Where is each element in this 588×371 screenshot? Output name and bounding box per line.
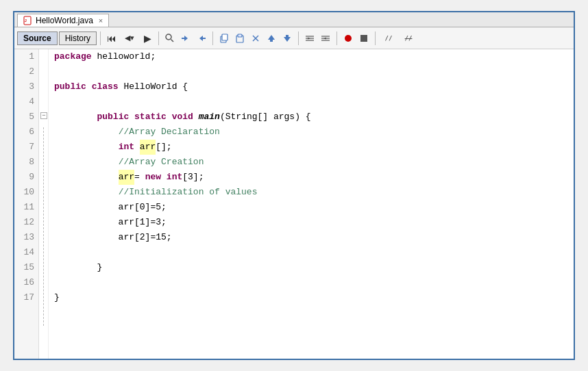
- source-tab-button[interactable]: Source: [17, 31, 58, 45]
- down-button[interactable]: [280, 31, 295, 46]
- svg-rect-7: [238, 34, 242, 37]
- line-num-10: 10: [19, 185, 34, 200]
- separator-4: [298, 31, 299, 45]
- svg-point-22: [345, 35, 352, 42]
- svg-rect-5: [222, 34, 228, 40]
- svg-marker-21: [323, 37, 326, 39]
- separator-1: [100, 31, 101, 45]
- separator-5: [336, 31, 337, 45]
- keyword-int-1: int: [119, 140, 134, 155]
- up-button[interactable]: [264, 31, 279, 46]
- fold-line: [43, 127, 44, 326]
- paste-button[interactable]: [232, 31, 247, 46]
- search-button[interactable]: [162, 31, 177, 46]
- forward-button[interactable]: [194, 31, 209, 46]
- code-line-7: int arr [];: [54, 140, 568, 155]
- line-num-14: 14: [19, 245, 34, 260]
- line-num-2: 2: [19, 64, 34, 79]
- record-button[interactable]: [341, 31, 356, 46]
- separator-2: [158, 31, 159, 45]
- comment-button[interactable]: //: [379, 31, 398, 46]
- code-line-6: //Array Declaration: [54, 125, 568, 140]
- close-tab-button[interactable]: ×: [99, 16, 103, 25]
- code-line-5: public static void main (String[] args) …: [54, 110, 568, 125]
- code-line-10: //Initialization of values: [54, 185, 568, 200]
- keyword-public-1: public: [54, 79, 86, 94]
- line-numbers: 1 2 3 4 5 6 7 8 9 10 11 12 13 14 15 16 1…: [14, 49, 39, 359]
- comment-init: //Initialization of values: [119, 185, 258, 200]
- line-num-16: 16: [19, 275, 34, 290]
- comment-button-group: // //: [379, 31, 418, 46]
- search-button-group: [162, 31, 209, 46]
- svg-point-2: [166, 34, 171, 40]
- comment-array-creation: //Array Creation: [119, 155, 204, 170]
- separator-6: [375, 31, 376, 45]
- svg-marker-17: [308, 37, 310, 39]
- keyword-package: package: [54, 49, 92, 64]
- highlight-arr-2: arr: [119, 170, 134, 185]
- uncomment-button[interactable]: //: [399, 31, 418, 46]
- unindent-button[interactable]: [318, 31, 333, 46]
- code-line-13: arr[2]=15;: [54, 230, 568, 245]
- svg-rect-23: [360, 35, 367, 42]
- line-num-7: 7: [19, 140, 34, 155]
- line-num-12: 12: [19, 215, 34, 230]
- svg-line-3: [171, 39, 174, 42]
- highlight-arr-1: arr: [140, 140, 156, 155]
- code-line-3: public class HelloWorld {: [54, 79, 568, 94]
- record-button-group: [341, 31, 371, 46]
- code-line-12: arr[1]=3;: [54, 215, 568, 230]
- code-line-16: [54, 275, 568, 290]
- edit-button-group: [217, 31, 295, 46]
- file-tab[interactable]: J HelloWorld.java ×: [17, 14, 109, 27]
- toolbar: Source History ⏮ ◀▾ ▶: [14, 27, 574, 49]
- keyword-static: static: [134, 110, 167, 125]
- keyword-int-2: int: [167, 170, 182, 185]
- svg-marker-10: [268, 35, 275, 40]
- indent-button[interactable]: [302, 31, 317, 46]
- keyword-void: void: [172, 110, 193, 125]
- line-num-1: 1: [19, 49, 34, 64]
- line-num-8: 8: [19, 155, 34, 170]
- file-tab-label: HelloWorld.java: [36, 16, 93, 25]
- history-tab-button[interactable]: History: [59, 31, 97, 45]
- code-text: helloworld;: [92, 49, 156, 64]
- indent-button-group: [302, 31, 333, 46]
- cut-button[interactable]: [248, 31, 263, 46]
- keyword-public-2: public: [97, 110, 129, 125]
- next-button[interactable]: ▶: [140, 31, 155, 46]
- line-num-17: 17: [19, 290, 34, 305]
- ide-window: J HelloWorld.java × Source History ⏮ ◀▾ …: [13, 11, 575, 360]
- first-button[interactable]: ⏮: [104, 31, 119, 46]
- svg-rect-13: [286, 35, 289, 37]
- fold-marker-5[interactable]: −: [40, 112, 47, 119]
- line-num-9: 9: [19, 170, 34, 185]
- copy-button[interactable]: [217, 31, 232, 46]
- java-file-icon: J: [23, 16, 33, 25]
- code-area[interactable]: package helloworld; public class HelloWo…: [49, 49, 574, 359]
- svg-text:J: J: [25, 18, 27, 23]
- back-button[interactable]: [178, 31, 193, 46]
- code-line-1: package helloworld;: [54, 49, 568, 64]
- line-num-5: 5: [19, 110, 34, 125]
- method-main: main: [199, 110, 220, 125]
- prev-button[interactable]: ◀▾: [120, 31, 139, 46]
- code-line-2: [54, 64, 568, 79]
- line-num-6: 6: [19, 125, 34, 140]
- line-num-3: 3: [19, 79, 34, 94]
- line-num-15: 15: [19, 260, 34, 275]
- code-line-17: }: [54, 290, 568, 305]
- svg-marker-12: [284, 37, 291, 42]
- line-num-11: 11: [19, 200, 34, 215]
- stop-button[interactable]: [356, 31, 371, 46]
- line-num-4: 4: [19, 94, 34, 110]
- line-num-13: 13: [19, 230, 34, 245]
- code-line-8: //Array Creation: [54, 155, 568, 170]
- code-line-11: arr[0]=5;: [54, 200, 568, 215]
- editor-area: 1 2 3 4 5 6 7 8 9 10 11 12 13 14 15 16 1…: [14, 49, 574, 359]
- svg-rect-11: [270, 40, 273, 42]
- fold-gutter: −: [39, 49, 49, 359]
- code-line-4: [54, 94, 568, 110]
- tab-bar: J HelloWorld.java ×: [14, 12, 574, 27]
- comment-array-declaration: //Array Declaration: [119, 125, 220, 140]
